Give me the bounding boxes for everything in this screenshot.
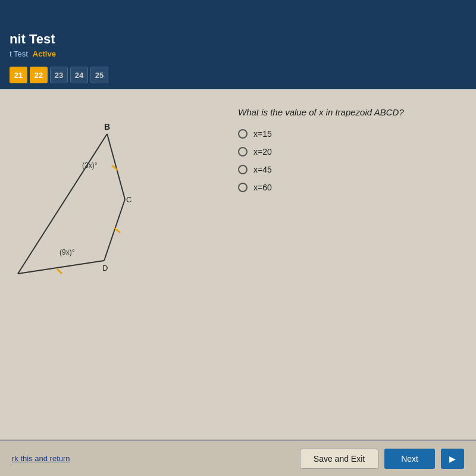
q-nav-22[interactable]: 22 (30, 67, 48, 83)
svg-line-3 (18, 261, 104, 274)
bottom-bar: rk this and return Save and Exit Next ▶ (0, 440, 476, 476)
breadcrumb: t Test Active (10, 49, 466, 62)
label-B: B (104, 122, 110, 131)
next-button[interactable]: Next (384, 449, 435, 469)
option-label-2: x=20 (253, 147, 272, 156)
question-area: What is the value of x in trapezoid ABCD… (226, 101, 464, 428)
svg-line-5 (114, 228, 120, 233)
main-content: B C D (3x)° (9x)° What is the value of x… (0, 89, 476, 440)
option-label-1: x=15 (253, 129, 272, 139)
diagram-area: B C D (3x)° (9x)° (12, 101, 226, 428)
q-nav-21[interactable]: 21 (10, 67, 27, 83)
trapezoid-diagram: B C D (3x)° (9x)° (12, 101, 178, 303)
radio-1[interactable] (238, 129, 248, 139)
mark-return-link[interactable]: rk this and return (12, 454, 70, 463)
question-text: What is the value of x in trapezoid ABCD… (238, 107, 452, 117)
radio-2[interactable] (238, 147, 248, 156)
save-exit-button[interactable]: Save and Exit (300, 449, 378, 469)
option-3[interactable]: x=45 (238, 165, 452, 174)
option-label-4: x=60 (253, 183, 272, 192)
bottom-buttons: Save and Exit Next ▶ (300, 449, 464, 469)
q-nav-25[interactable]: 25 (90, 67, 108, 83)
extra-button[interactable]: ▶ (441, 449, 464, 469)
svg-line-2 (104, 199, 125, 261)
label-C: C (126, 195, 131, 204)
header: nit Test t Test Active (0, 27, 476, 62)
option-label-3: x=45 (253, 165, 272, 174)
label-angle-3x: (3x)° (82, 161, 98, 170)
label-angle-9x: (9x)° (60, 248, 75, 256)
svg-line-6 (57, 269, 62, 274)
radio-3[interactable] (238, 165, 248, 174)
question-nav: 21 22 23 24 25 (0, 62, 476, 89)
options-list: x=15 x=20 x=45 x=60 (238, 129, 452, 192)
option-2[interactable]: x=20 (238, 147, 452, 156)
option-1[interactable]: x=15 (238, 129, 452, 139)
q-nav-24[interactable]: 24 (70, 67, 88, 83)
breadcrumb-part: t Test (10, 49, 28, 58)
page-title: nit Test (10, 32, 466, 49)
option-4[interactable]: x=60 (238, 183, 452, 192)
label-D: D (102, 264, 108, 273)
top-bar (0, 0, 476, 27)
breadcrumb-status: Active (33, 49, 56, 58)
svg-line-1 (107, 134, 125, 199)
radio-4[interactable] (238, 183, 248, 192)
q-nav-23[interactable]: 23 (50, 67, 68, 83)
